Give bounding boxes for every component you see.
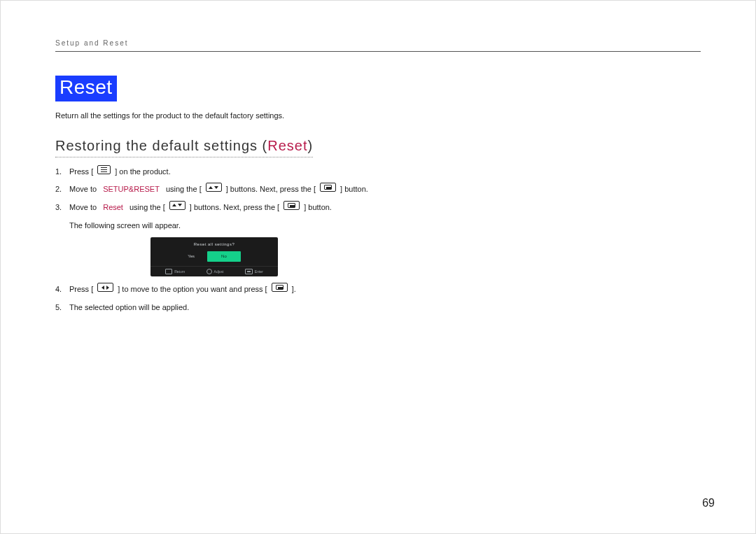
enter-icon — [320, 183, 336, 192]
steps-list: 1. Press [ ] on the product. 2. Move to … — [55, 166, 701, 314]
step-text: using the [ — [164, 183, 202, 196]
step-text: using the [ — [127, 202, 165, 214]
step-5: 5. The selected option will be applied. — [55, 302, 701, 314]
osd-options: Yes No — [188, 251, 240, 262]
osd-option-no: No — [207, 251, 241, 262]
subheading-wrapper: Restoring the default settings (Reset) — [55, 120, 701, 157]
step-number: 2. — [55, 183, 65, 196]
osd-body: Reset all settings? Yes No — [150, 237, 278, 266]
subhead-prefix: Restoring the default settings ( — [55, 138, 267, 153]
intro-text: Return all the settings for the product … — [55, 111, 701, 120]
step-accent: SETUP&RESET — [103, 183, 160, 196]
enter-icon — [245, 269, 253, 274]
step-number: 3. — [55, 202, 65, 214]
page-number: 69 — [702, 497, 715, 510]
step-text: ] buttons. Next, press the [ — [226, 183, 316, 196]
step-text: ] to move to the option you want and pre… — [118, 283, 267, 296]
step-text: ]. — [292, 283, 296, 296]
leftright-icon — [97, 283, 113, 292]
step-text: The selected option will be applied. — [69, 302, 189, 314]
osd-foot-return: Return — [165, 269, 185, 274]
step-text: ] buttons. Next, press the [ — [190, 202, 279, 214]
step-text: ] button. — [304, 202, 332, 214]
step-number: 4. — [55, 283, 65, 296]
step-2: 2. Move to SETUP&RESET using the [ ] but… — [55, 183, 701, 196]
subhead-accent: Reset — [267, 138, 307, 153]
subheading: Restoring the default settings (Reset) — [55, 138, 313, 157]
step-text: Press [ — [69, 166, 93, 178]
step-text: ] button. — [340, 183, 368, 196]
step-4: 4. Press [ ] to move to the option you w… — [55, 283, 701, 296]
updown-icon — [169, 201, 186, 210]
enter-icon — [272, 283, 288, 292]
section-title-wrapper: Reset — [55, 52, 701, 101]
step-1: 1. Press [ ] on the product. — [55, 166, 701, 178]
osd-foot-adjust: Adjust — [206, 269, 224, 274]
step-number: 1. — [55, 166, 65, 178]
subhead-suffix: ) — [308, 138, 314, 153]
adjust-icon — [206, 269, 212, 274]
breadcrumb: Setup and Reset — [55, 39, 701, 52]
step-3-note: The following screen will appear. — [69, 220, 701, 232]
enter-icon — [284, 201, 300, 210]
step-text: Move to — [69, 183, 99, 196]
menu-icon — [97, 165, 111, 174]
step-number: 5. — [55, 302, 65, 314]
osd-option-yes: Yes — [188, 253, 195, 260]
step-text: Press [ — [69, 283, 93, 296]
osd-screenshot: Reset all settings? Yes No Return Adjust… — [150, 237, 278, 276]
step-3: 3. Move to Reset using the [ ] buttons. … — [55, 202, 701, 214]
osd-footer: Return Adjust Enter — [150, 266, 278, 276]
document-page: Setup and Reset Reset Return all the set… — [0, 0, 756, 534]
step-text: Move to — [69, 202, 99, 214]
updown-icon — [206, 183, 222, 192]
osd-foot-enter: Enter — [245, 269, 263, 274]
return-icon — [165, 269, 172, 274]
step-accent: Reset — [103, 202, 123, 214]
content-area: Setup and Reset Reset Return all the set… — [55, 39, 701, 534]
section-title: Reset — [55, 76, 117, 101]
osd-question: Reset all settings? — [194, 241, 235, 248]
step-text: ] on the product. — [115, 166, 171, 178]
